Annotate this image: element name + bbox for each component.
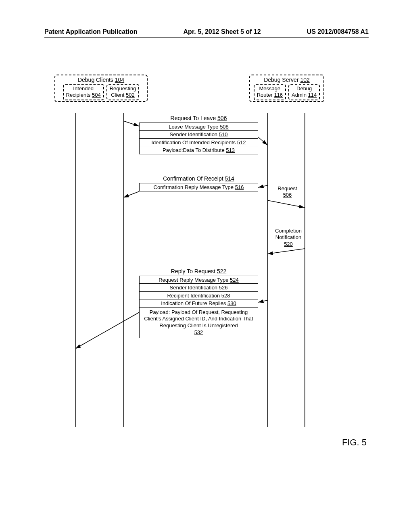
request-to-leave-title: Request To Leave 506 (139, 115, 258, 121)
intended-recipients-row: Identification Of Intended Recipients 51… (139, 138, 258, 147)
debug-server-title: Debug Server 102 (252, 77, 321, 83)
lifeline-message-router (267, 113, 268, 427)
svg-line-6 (258, 300, 267, 302)
request-label: Request 506 (272, 185, 302, 199)
svg-line-1 (258, 137, 267, 145)
svg-line-4 (267, 200, 305, 208)
svg-line-7 (75, 312, 139, 349)
header-center: Apr. 5, 2012 Sheet 5 of 12 (184, 28, 261, 35)
debug-admin-box: Debug Admin 114 (288, 84, 320, 100)
debug-server-group: Debug Server 102 Message Router 116 Debu… (249, 75, 324, 102)
lifeline-intended-recipients (75, 113, 76, 427)
request-to-leave-block: Request To Leave 506 Leave Message Type … (139, 115, 258, 154)
intended-recipients-box: Intended Recipients 504 (63, 84, 104, 100)
header-left: Patent Application Publication (44, 28, 138, 35)
confirmation-receipt-block: Confirmation Of Receipt 514 Confirmation… (139, 175, 258, 191)
sender-identification-row-2: Sender Identification 526 (139, 283, 258, 292)
svg-line-3 (123, 191, 139, 197)
svg-line-5 (267, 249, 305, 254)
debug-clients-title: Debug Clients 104 (58, 77, 144, 83)
svg-line-0 (123, 121, 139, 126)
leave-message-type-row: Leave Message Type 508 (139, 123, 258, 131)
lifeline-debug-admin (305, 113, 305, 427)
confirmation-receipt-title: Confirmation Of Receipt 514 (139, 175, 258, 182)
svg-line-2 (258, 185, 267, 187)
lifeline-requesting-client (123, 113, 124, 427)
sender-identification-row: Sender Identification 510 (139, 130, 258, 139)
payload-distribute-row: Payload:Data To Distribute 513 (139, 146, 258, 154)
header-rule (44, 37, 369, 38)
recipient-identification-row: Recipient Identification 528 (139, 291, 258, 300)
confirmation-reply-type-row: Confirmation Reply Message Type 516 (139, 183, 258, 191)
request-reply-type-row: Request Reply Message Type 524 (139, 276, 258, 284)
completion-notification-label: Completion Notification 520 (272, 228, 305, 247)
requesting-client-box: Requesting Client 502 (106, 84, 140, 100)
message-router-box: Message Router 116 (254, 84, 286, 100)
reply-to-request-block: Reply To Request 522 Request Reply Messa… (139, 268, 258, 338)
future-replies-row: Indication Of Future Replies 530 (139, 299, 258, 308)
header-right: US 2012/0084758 A1 (307, 28, 369, 35)
figure-label: FIG. 5 (342, 437, 367, 448)
sequence-diagram: Debug Clients 104 Intended Recipients 50… (48, 75, 365, 437)
payload-detail-row: Payload: Payload Of Request, Requesting … (139, 307, 258, 339)
debug-clients-group: Debug Clients 104 Intended Recipients 50… (54, 75, 148, 102)
reply-to-request-title: Reply To Request 522 (139, 268, 258, 274)
